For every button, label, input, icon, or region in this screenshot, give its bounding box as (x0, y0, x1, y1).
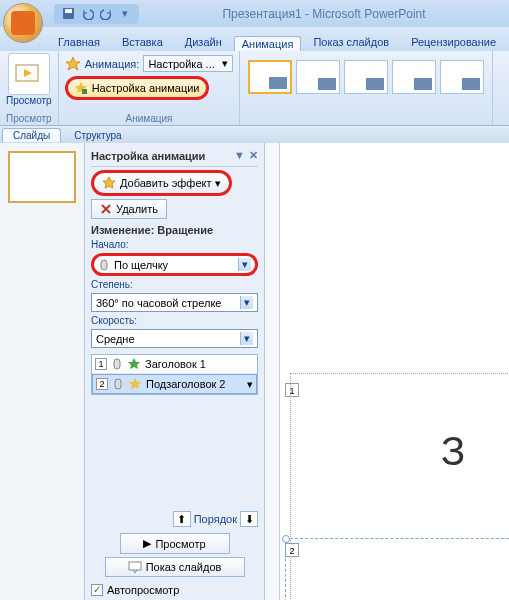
tab-review[interactable]: Рецензирование (401, 32, 506, 51)
redo-icon[interactable] (98, 6, 114, 22)
animation-combo[interactable]: Настройка ...▾ (143, 55, 233, 72)
mouse-icon (111, 358, 123, 370)
ribbon-group-transitions (240, 51, 493, 125)
change-label: Изменение: Вращение (91, 224, 258, 236)
preview-group-label: Просмотр (6, 113, 52, 125)
transition-thumb-5[interactable] (440, 60, 484, 94)
speed-label: Скорость: (91, 315, 258, 326)
svg-rect-5 (114, 359, 120, 369)
remove-icon (100, 203, 112, 215)
chevron-down-icon: ▾ (240, 332, 253, 345)
subtitle-placeholder[interactable] (285, 538, 509, 600)
office-button[interactable] (3, 3, 43, 43)
speed-select[interactable]: Средне▾ (91, 329, 258, 348)
start-label: Начало: (91, 239, 258, 250)
title-bar: ▾ Презентация1 - Microsoft PowerPoint (0, 0, 509, 27)
play-button[interactable]: ▶Просмотр (120, 533, 230, 554)
tab-design[interactable]: Дизайн (175, 32, 232, 51)
ribbon-group-animation: Анимация: Настройка ...▾ Настройка анима… (59, 51, 241, 125)
effect-list: 1 Заголовок 1 2 Подзаголовок 2 ▾ (91, 354, 258, 395)
chevron-down-icon: ▾ (238, 258, 251, 271)
effect-emphasis-icon (128, 377, 142, 391)
reorder-down-button[interactable]: ⬇ (240, 511, 258, 527)
window-title: Презентация1 - Microsoft PowerPoint (139, 7, 509, 21)
transition-thumb-1[interactable] (248, 60, 292, 94)
effect-item-1[interactable]: 1 Заголовок 1 (92, 355, 257, 374)
task-pane: Настройка анимации ▼ ✕ Добавить эффект ▾… (85, 143, 265, 600)
degree-select[interactable]: 360° по часовой стрелке▾ (91, 293, 258, 312)
transition-thumb-4[interactable] (392, 60, 436, 94)
transition-thumb-3[interactable] (344, 60, 388, 94)
tab-home[interactable]: Главная (48, 32, 110, 51)
slide-panel: 1 (0, 143, 85, 600)
taskpane-close-icon[interactable]: ✕ (249, 149, 258, 162)
resize-handle[interactable] (282, 535, 290, 543)
task-pane-title: Настройка анимации (91, 150, 205, 162)
custom-animation-button[interactable]: Настройка анимации (65, 76, 209, 100)
effect-entry-icon (127, 357, 141, 371)
svg-rect-3 (82, 89, 87, 94)
slide-thumbnail-1[interactable] (8, 151, 76, 203)
svg-rect-6 (115, 379, 121, 389)
ribbon-group-preview: Просмотр Просмотр (0, 51, 59, 125)
undo-icon[interactable] (79, 6, 95, 22)
workspace: 1 Настройка анимации ▼ ✕ Добавить эффект… (0, 143, 509, 600)
save-icon[interactable] (60, 6, 76, 22)
checkbox-checked-icon: ✓ (91, 584, 103, 596)
mouse-icon (98, 259, 110, 271)
animation-group-label: Анимация (126, 113, 173, 125)
slideshow-button[interactable]: Показ слайдов (105, 557, 245, 577)
taskpane-dropdown-icon[interactable]: ▼ (234, 149, 245, 162)
chevron-down-icon: ▾ (240, 296, 253, 309)
chevron-down-icon[interactable]: ▾ (247, 378, 253, 391)
svg-rect-4 (101, 260, 107, 270)
add-effect-icon (102, 176, 116, 190)
reorder-controls: ⬆ Порядок ⬇ (91, 508, 258, 530)
svg-rect-7 (129, 562, 141, 570)
task-pane-header: Настройка анимации ▼ ✕ (91, 147, 258, 167)
tab-animation[interactable]: Анимация (234, 36, 302, 51)
quick-access-toolbar: ▾ (54, 4, 139, 24)
preview-button[interactable] (8, 53, 50, 95)
animation-icon (65, 56, 81, 72)
subtab-slides[interactable]: Слайды (2, 128, 61, 142)
subtab-outline[interactable]: Структура (63, 128, 132, 142)
play-icon: ▶ (143, 537, 151, 550)
start-select[interactable]: По щелчку ▾ (91, 253, 258, 276)
title-text: З (441, 429, 465, 474)
chevron-down-icon: ▾ (215, 177, 221, 190)
svg-rect-1 (65, 9, 72, 13)
qat-more-icon[interactable]: ▾ (117, 6, 133, 22)
animation-label: Анимация: (85, 58, 140, 70)
degree-label: Степень: (91, 279, 258, 290)
tab-slideshow[interactable]: Показ слайдов (303, 32, 399, 51)
slide-canvas-area: 1 З 2 (265, 143, 509, 600)
preview-label: Просмотр (6, 95, 52, 106)
autopreview-checkbox[interactable]: ✓ Автопросмотр (91, 584, 258, 596)
remove-button[interactable]: Удалить (91, 199, 167, 219)
sub-tabs-bar: Слайды Структура (0, 126, 509, 143)
ribbon: Просмотр Просмотр Анимация: Настройка ..… (0, 51, 509, 126)
reorder-label: Порядок (194, 513, 237, 525)
preview-icon (14, 59, 44, 89)
transition-thumb-2[interactable] (296, 60, 340, 94)
mouse-icon (112, 378, 124, 390)
vertical-ruler (265, 143, 280, 600)
add-effect-button[interactable]: Добавить эффект ▾ (91, 170, 232, 196)
reorder-up-button[interactable]: ⬆ (173, 511, 191, 527)
menu-bar: Главная Вставка Дизайн Анимация Показ сл… (0, 27, 509, 51)
custom-anim-icon (74, 81, 88, 95)
tab-insert[interactable]: Вставка (112, 32, 173, 51)
slideshow-icon (128, 561, 142, 573)
effect-item-2[interactable]: 2 Подзаголовок 2 ▾ (92, 374, 257, 394)
